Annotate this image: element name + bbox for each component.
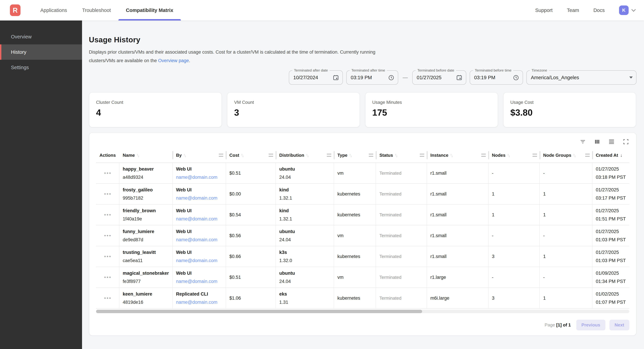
cell-value: $0.56 — [229, 233, 241, 238]
row-actions-button[interactable]: ••• — [104, 170, 112, 176]
stat-card-usage-cost: Usage Cost$3.80 — [503, 92, 636, 127]
cell-line1: 01/27/2025 — [596, 165, 619, 173]
column-menu-icon[interactable] — [327, 154, 331, 157]
cell-by: Web UIname@domain.com — [172, 267, 226, 288]
previous-button[interactable]: Previous — [576, 320, 605, 331]
column-menu-icon[interactable] — [532, 154, 537, 157]
cell-status: Terminated — [376, 267, 427, 288]
filter-terminated-after-time[interactable]: Terminated after time03:19 PM — [346, 70, 398, 85]
cell-value: $0.54 — [229, 212, 241, 218]
column-header-actions: Actions — [96, 148, 119, 163]
tab-compatibility-matrix[interactable]: Compatibility Matrix — [118, 0, 181, 20]
column-menu-icon[interactable] — [420, 154, 424, 157]
cell-nodes: - — [488, 267, 540, 288]
column-header-name[interactable]: Name↑↓ — [119, 148, 172, 163]
cell-type: kubernetes — [334, 205, 376, 225]
column-menu-icon[interactable] — [369, 154, 373, 157]
column-header-status[interactable]: Status↑↓ — [376, 148, 427, 163]
cell-value: 3 — [492, 296, 494, 301]
tab-applications[interactable]: Applications — [33, 0, 74, 20]
sort-icon: ↑↓ — [573, 153, 575, 158]
email-link[interactable]: name@domain.com — [176, 215, 218, 223]
column-menu-icon[interactable] — [269, 154, 273, 157]
email-link[interactable]: name@domain.com — [176, 236, 218, 244]
stat-card-usage-minutes: Usage Minutes175 — [365, 92, 498, 127]
cell-line2: 01:51 PM PST — [596, 215, 626, 223]
scrollbar-thumb[interactable] — [96, 310, 422, 313]
usage-table: ActionsName↑↓By↑↓Cost↑↓Distribution↑↓Typ… — [96, 148, 629, 309]
cell-by: Web UIname@domain.com — [172, 184, 226, 204]
cell-line1: Web UI — [176, 165, 192, 173]
cell-line1: 01/27/2025 — [596, 207, 619, 215]
calendar-icon[interactable] — [456, 74, 462, 81]
columns-icon[interactable] — [594, 138, 600, 145]
column-header-created-at[interactable]: Created At↓ — [592, 148, 629, 163]
email-link[interactable]: name@domain.com — [176, 257, 218, 265]
row-actions-button[interactable]: ••• — [104, 254, 112, 259]
replicated-logo[interactable]: R — [10, 4, 20, 16]
tab-troubleshoot[interactable]: Troubleshoot — [74, 0, 118, 20]
row-actions-button[interactable]: ••• — [104, 274, 112, 280]
row-actions-button[interactable]: ••• — [104, 191, 112, 197]
filter-terminated-before-date[interactable]: Terminated before date01/27/2025 — [412, 70, 466, 85]
nav-link-team[interactable]: Team — [567, 7, 579, 13]
column-header-type[interactable]: Type↑↓ — [334, 148, 376, 163]
column-header-cost[interactable]: Cost↑↓ — [226, 148, 276, 163]
cell-value: $0.51 — [229, 275, 241, 280]
cell-actions: ••• — [96, 184, 119, 204]
cell-line2: 01:03 PM PST — [596, 257, 626, 265]
column-menu-icon[interactable] — [585, 154, 590, 157]
column-header-instance[interactable]: Instance↑↓ — [427, 148, 488, 163]
column-header-by[interactable]: By↑↓ — [172, 148, 226, 163]
table-body: •••happy_beavera48d9324Web UIname@domain… — [96, 163, 629, 309]
cell-line2: 1.32.1 — [279, 194, 292, 202]
cell-type: kubernetes — [334, 184, 376, 204]
row-actions-button[interactable]: ••• — [104, 295, 112, 301]
avatar[interactable]: K — [619, 5, 628, 15]
cell-line2: 01:34 PM PST — [596, 277, 626, 286]
cell-value: Terminated — [380, 212, 402, 218]
cell-name: trusting_leavittcae5ea11 — [119, 246, 172, 267]
column-header-node-groups[interactable]: Node Groups↑↓ — [540, 148, 592, 163]
clock-icon[interactable] — [513, 74, 519, 81]
filter-icon[interactable] — [580, 138, 586, 145]
filter-timezone[interactable]: TimezoneAmerica/Los_Angeles — [526, 70, 636, 85]
cell-line2: 995b7182 — [123, 194, 143, 202]
calendar-icon[interactable] — [332, 74, 339, 81]
cell-actions: ••• — [96, 225, 119, 246]
filter-terminated-after-date[interactable]: Terminated after date10/27/2024 — [289, 70, 343, 85]
table-row: •••magical_stonebrakerfe3f8977Web UIname… — [96, 267, 629, 288]
column-header-distribution[interactable]: Distribution↑↓ — [276, 148, 334, 163]
row-actions-button[interactable]: ••• — [104, 233, 112, 239]
cell-created-at: 01/27/202503:17 PM PST — [592, 184, 629, 204]
overview-page-link[interactable]: Overview page — [158, 58, 189, 63]
cell-value: Terminated — [380, 233, 402, 238]
density-icon[interactable] — [608, 138, 615, 145]
cell-value: - — [492, 275, 494, 280]
email-link[interactable]: name@domain.com — [176, 298, 218, 306]
email-link[interactable]: name@domain.com — [176, 194, 218, 202]
cell-by: Web UIname@domain.com — [172, 225, 226, 246]
email-link[interactable]: name@domain.com — [176, 173, 218, 181]
next-button[interactable]: Next — [610, 320, 629, 331]
fullscreen-icon[interactable] — [622, 138, 629, 145]
cell-value: 1 — [543, 191, 546, 197]
cell-instance: m6i.large — [427, 288, 488, 308]
column-menu-icon[interactable] — [481, 154, 486, 157]
cell-created-at: 01/27/202501:51 PM PST — [592, 205, 629, 225]
filter-terminated-before-time[interactable]: Terminated before time03:19 PM — [470, 70, 523, 85]
email-link[interactable]: name@domain.com — [176, 277, 218, 286]
sidebar-item-overview[interactable]: Overview — [0, 29, 82, 44]
column-header-nodes[interactable]: Nodes↑↓ — [488, 148, 540, 163]
cell-line1: ubuntu — [279, 269, 295, 277]
sidebar-item-history[interactable]: History — [0, 44, 82, 60]
row-actions-button[interactable]: ••• — [104, 212, 112, 218]
nav-link-docs[interactable]: Docs — [594, 7, 605, 13]
chevron-down-icon[interactable] — [631, 7, 636, 11]
caret-icon[interactable] — [629, 76, 633, 78]
column-menu-icon[interactable] — [219, 154, 223, 157]
filter-label: Terminated after date — [292, 68, 330, 72]
sidebar-item-settings[interactable]: Settings — [0, 60, 82, 75]
clock-icon[interactable] — [388, 74, 394, 81]
nav-link-support[interactable]: Support — [535, 7, 552, 13]
